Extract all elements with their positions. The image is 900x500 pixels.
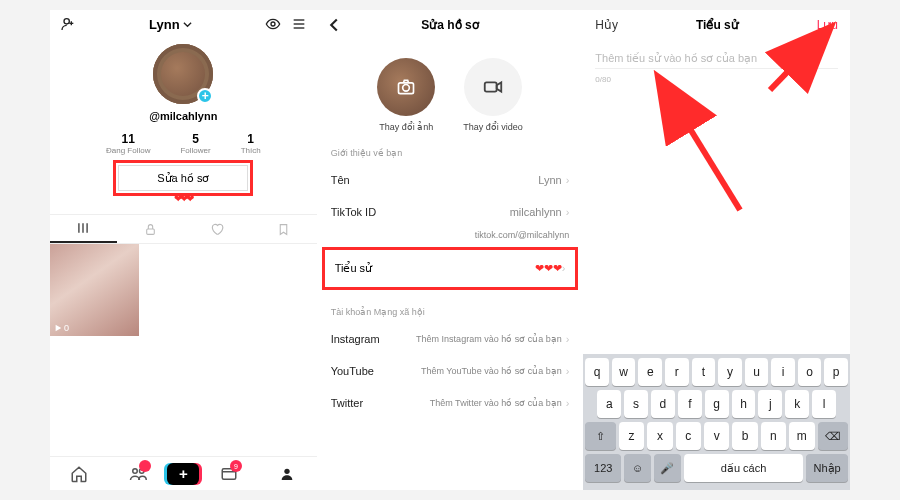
key-emoji[interactable]: ☺: [624, 454, 651, 482]
nav-profile[interactable]: [258, 457, 317, 490]
video-icon: [482, 76, 504, 98]
key-s[interactable]: s: [624, 390, 648, 418]
nav-friends[interactable]: [109, 457, 168, 490]
stats-row: 11 Đang Follow 5 Follower 1 Thích: [50, 132, 317, 155]
edit-profile-button[interactable]: Sửa hồ sơ: [118, 165, 248, 191]
chevron-right-icon: ›: [566, 365, 570, 377]
bio-input[interactable]: [595, 48, 838, 69]
key-e[interactable]: e: [638, 358, 662, 386]
chevron-down-icon: [183, 20, 192, 29]
change-video[interactable]: Thay đổi video: [463, 58, 523, 132]
row-bio-highlight: Tiểu sử ❤❤❤›: [327, 252, 574, 285]
key-n[interactable]: n: [761, 422, 786, 450]
svg-rect-17: [485, 82, 497, 91]
key-q[interactable]: q: [585, 358, 609, 386]
profile-icon: [279, 465, 295, 483]
svg-point-0: [64, 19, 69, 24]
bottom-nav: + 9: [50, 456, 317, 490]
stat-likes[interactable]: 1 Thích: [241, 132, 261, 155]
change-photo[interactable]: Thay đổi ảnh: [377, 58, 435, 132]
char-count: 0/80: [583, 69, 850, 90]
bookmark-icon: [277, 223, 290, 236]
video-thumbnail[interactable]: 0: [50, 244, 139, 336]
key-enter[interactable]: Nhập: [806, 454, 848, 482]
tab-private[interactable]: [117, 215, 184, 243]
tab-liked[interactable]: [183, 215, 250, 243]
play-icon: [54, 324, 62, 332]
row-instagram[interactable]: Instagram Thêm Instagram vào hồ sơ của b…: [317, 323, 584, 355]
key-shift[interactable]: ⇧: [585, 422, 615, 450]
key-b[interactable]: b: [732, 422, 757, 450]
key-l[interactable]: l: [812, 390, 836, 418]
key-mic[interactable]: 🎤: [654, 454, 681, 482]
svg-point-16: [403, 85, 410, 92]
key-v[interactable]: v: [704, 422, 729, 450]
key-y[interactable]: y: [718, 358, 742, 386]
key-w[interactable]: w: [612, 358, 636, 386]
key-z[interactable]: z: [619, 422, 644, 450]
tab-videos[interactable]: [50, 215, 117, 243]
profile-url: tiktok.com/@milcahlynn: [317, 228, 584, 246]
add-friend-badge-icon[interactable]: +: [197, 88, 213, 104]
key-f[interactable]: f: [678, 390, 702, 418]
back-icon[interactable]: [327, 18, 341, 32]
key-r[interactable]: r: [665, 358, 689, 386]
nav-create[interactable]: +: [167, 457, 199, 490]
camera-icon: [396, 77, 416, 97]
chevron-right-icon: ›: [566, 333, 570, 345]
key-i[interactable]: i: [771, 358, 795, 386]
row-youtube[interactable]: YouTube Thêm YouTube vào hồ sơ của bạn›: [317, 355, 584, 387]
pane-profile: Lynn + @milcahlynn 11 Đang Follow 5 Foll…: [50, 10, 317, 490]
row-name[interactable]: Tên Lynn›: [317, 164, 584, 196]
key-numbers[interactable]: 123: [585, 454, 621, 482]
key-j[interactable]: j: [758, 390, 782, 418]
row-twitter[interactable]: Twitter Thêm Twitter vào hồ sơ của bạn›: [317, 387, 584, 419]
key-a[interactable]: a: [597, 390, 621, 418]
key-g[interactable]: g: [705, 390, 729, 418]
stat-following[interactable]: 11 Đang Follow: [106, 132, 150, 155]
key-u[interactable]: u: [745, 358, 769, 386]
chevron-right-icon: ›: [566, 397, 570, 409]
cancel-button[interactable]: Hủy: [595, 18, 618, 32]
svg-point-3: [271, 22, 275, 26]
key-d[interactable]: d: [651, 390, 675, 418]
key-h[interactable]: h: [732, 390, 756, 418]
key-t[interactable]: t: [692, 358, 716, 386]
inbox-badge: 9: [230, 460, 242, 472]
save-button[interactable]: Lưu: [817, 18, 838, 32]
nav-inbox[interactable]: 9: [199, 457, 258, 490]
row-bio[interactable]: Tiểu sử ❤❤❤›: [331, 256, 570, 281]
stat-followers[interactable]: 5 Follower: [180, 132, 210, 155]
svg-point-11: [133, 468, 138, 473]
key-m[interactable]: m: [789, 422, 814, 450]
page-title: Sửa hồ sơ: [421, 18, 478, 32]
pane-bio-edit: Hủy Tiểu sử Lưu 0/80 q w e r t y u i o p…: [583, 10, 850, 490]
eye-icon[interactable]: [265, 16, 281, 32]
chevron-right-icon: ›: [566, 174, 570, 186]
username-handle: @milcahlynn: [149, 110, 217, 122]
plus-icon: +: [167, 463, 199, 485]
lock-icon: [144, 223, 157, 236]
key-backspace[interactable]: ⌫: [818, 422, 848, 450]
key-space[interactable]: dấu cách: [684, 454, 803, 482]
row-tiktok-id[interactable]: TikTok ID milcahlynn›: [317, 196, 584, 228]
video-grid: 0: [50, 244, 317, 336]
key-p[interactable]: p: [824, 358, 848, 386]
add-account-icon[interactable]: [60, 16, 76, 32]
svg-point-14: [285, 468, 290, 473]
key-o[interactable]: o: [798, 358, 822, 386]
tab-saved[interactable]: [250, 215, 317, 243]
friends-badge: [139, 460, 151, 472]
key-k[interactable]: k: [785, 390, 809, 418]
key-c[interactable]: c: [676, 422, 701, 450]
keyboard: q w e r t y u i o p a s d f g h j k l: [583, 354, 850, 490]
section-about-header: Giới thiệu về bạn: [317, 132, 584, 164]
chevron-right-icon: ›: [562, 262, 566, 274]
bio-hearts: ❤❤❤: [50, 193, 317, 204]
profile-tabs: [50, 214, 317, 244]
nav-home[interactable]: [50, 457, 109, 490]
pane-edit-profile: Sửa hồ sơ Thay đổi ảnh Thay đổi video Gi…: [317, 10, 584, 490]
key-x[interactable]: x: [647, 422, 672, 450]
menu-icon[interactable]: [291, 16, 307, 32]
profile-name-dropdown[interactable]: Lynn: [149, 17, 192, 32]
